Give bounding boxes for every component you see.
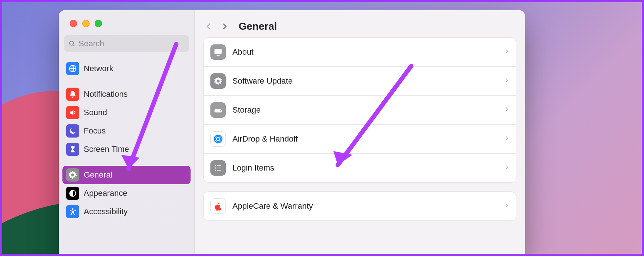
chevron-right-icon (504, 135, 509, 143)
sidebar-item-label: Screen Time (84, 145, 129, 154)
bell-icon (66, 88, 79, 101)
sidebar-item-notifications[interactable]: Notifications (62, 85, 191, 103)
page-title: General (239, 21, 277, 32)
forward-button[interactable] (220, 21, 228, 32)
svg-point-13 (215, 165, 216, 167)
chevron-right-icon (504, 48, 509, 56)
main-body: AboutSoftware UpdateStorageAirDrop & Han… (195, 37, 525, 230)
svg-point-15 (215, 170, 216, 171)
search-icon (68, 40, 76, 48)
sidebar-item-general[interactable]: General (62, 166, 191, 184)
close-window-button[interactable] (70, 20, 77, 27)
sidebar-item-sound[interactable]: Sound (62, 103, 191, 122)
settings-group: AppleCare & Warranty (203, 191, 516, 221)
back-button[interactable] (205, 21, 213, 32)
display-icon (210, 44, 226, 60)
accessibility-icon (66, 205, 79, 218)
main-header: General (195, 10, 525, 37)
gear-icon (66, 168, 79, 182)
settings-row-airdrop-handoff[interactable]: AirDrop & Handoff (204, 124, 516, 153)
applecare-icon (210, 198, 226, 214)
chevron-right-icon (504, 164, 509, 172)
settings-row-label: About (232, 47, 498, 57)
sidebar-item-label: Notifications (84, 89, 128, 99)
sidebar-list: NetworkNotificationsSoundFocusScreen Tim… (59, 57, 194, 256)
minimize-window-button[interactable] (82, 20, 90, 27)
sidebar-item-label: Focus (84, 126, 106, 136)
sidebar-item-label: Network (84, 64, 113, 73)
settings-row-about[interactable]: About (204, 38, 516, 66)
network-icon (66, 62, 79, 75)
settings-group: AboutSoftware UpdateStorageAirDrop & Han… (203, 37, 516, 183)
chevron-right-icon (504, 202, 509, 211)
chevron-right-icon (504, 77, 509, 85)
svg-rect-6 (214, 49, 222, 54)
main-pane: General AboutSoftware UpdateStorageAirDr… (195, 10, 525, 256)
svg-rect-17 (217, 168, 221, 168)
contrast-icon (66, 187, 79, 200)
airdrop-icon (210, 131, 226, 147)
svg-point-10 (217, 138, 220, 140)
sidebar-item-label: General (84, 170, 112, 180)
gear-icon (210, 73, 226, 89)
svg-point-9 (220, 110, 221, 111)
sidebar: NetworkNotificationsSoundFocusScreen Tim… (59, 10, 195, 256)
settings-row-storage[interactable]: Storage (204, 95, 516, 124)
sidebar-item-label: Appearance (84, 189, 127, 198)
svg-point-5 (72, 208, 73, 210)
hourglass-icon (66, 143, 79, 156)
chevron-right-icon (220, 21, 228, 32)
svg-line-1 (73, 45, 75, 46)
settings-row-label: AppleCare & Warranty (232, 201, 498, 211)
sidebar-item-screen-time[interactable]: Screen Time (62, 140, 191, 158)
sidebar-item-accessibility[interactable]: Accessibility (62, 202, 191, 221)
svg-rect-7 (217, 55, 220, 56)
svg-rect-16 (217, 165, 221, 166)
moon-icon (66, 124, 79, 138)
chevron-right-icon (504, 106, 509, 114)
search-input[interactable] (79, 39, 185, 48)
settings-row-label: Login Items (232, 163, 498, 173)
search-field[interactable] (64, 35, 189, 52)
settings-row-label: Storage (232, 105, 498, 115)
settings-row-applecare-warranty[interactable]: AppleCare & Warranty (204, 192, 516, 220)
sidebar-item-appearance[interactable]: Appearance (62, 184, 191, 202)
disk-icon (210, 102, 226, 118)
speaker-icon (66, 106, 79, 119)
sidebar-item-network[interactable]: Network (62, 59, 191, 78)
svg-point-0 (69, 41, 73, 45)
list-icon (210, 160, 226, 176)
sidebar-item-label: Accessibility (84, 207, 128, 216)
svg-rect-18 (217, 170, 221, 171)
sidebar-item-focus[interactable]: Focus (62, 122, 191, 140)
settings-row-software-update[interactable]: Software Update (204, 66, 516, 95)
settings-row-label: AirDrop & Handoff (232, 134, 498, 144)
svg-point-14 (215, 168, 216, 169)
window-controls (59, 10, 194, 35)
settings-row-login-items[interactable]: Login Items (204, 153, 516, 182)
sidebar-item-label: Sound (84, 108, 107, 117)
settings-row-label: Software Update (232, 76, 498, 86)
system-settings-window: NetworkNotificationsSoundFocusScreen Tim… (59, 10, 525, 256)
chevron-left-icon (205, 21, 213, 32)
zoom-window-button[interactable] (95, 20, 102, 27)
